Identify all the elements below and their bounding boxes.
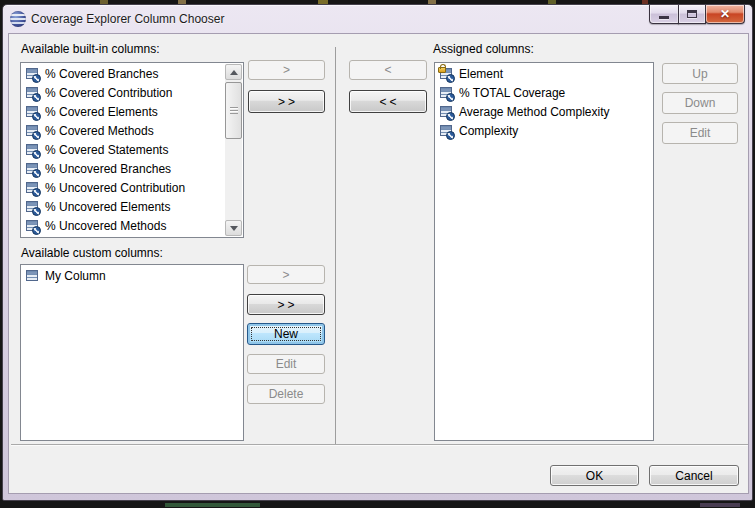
- list-item[interactable]: % Covered Elements: [22, 102, 225, 121]
- assigned-remove-all-button: <<: [349, 90, 427, 113]
- move-up-button[interactable]: Up: [662, 63, 738, 84]
- vertical-scrollbar[interactable]: [225, 64, 242, 236]
- percent-column-icon: [439, 85, 455, 101]
- assigned-remove-all-label[interactable]: <<: [376, 95, 399, 109]
- close-icon: ✕: [720, 8, 730, 20]
- custom-move-all-label[interactable]: >>: [274, 298, 297, 312]
- scroll-up-button[interactable]: [225, 64, 242, 80]
- background-artifact: [700, 503, 740, 507]
- list-item[interactable]: % Uncovered Methods: [22, 216, 225, 235]
- scroll-down-button[interactable]: [225, 220, 242, 236]
- list-item[interactable]: % Covered Contribution: [22, 83, 225, 102]
- new-column-button[interactable]: New: [247, 323, 325, 345]
- custom-columns-list[interactable]: My Column: [20, 264, 244, 441]
- locked-percent-column-icon: [439, 66, 455, 82]
- background-artifact: [165, 503, 260, 507]
- window-controls: ✕: [649, 5, 745, 24]
- panel-divider: [335, 47, 336, 444]
- assigned-columns-list[interactable]: Element% TOTAL CoverageAverage Method Co…: [434, 62, 654, 441]
- list-item-label: % TOTAL Coverage: [459, 86, 565, 100]
- dialog-window: Coverage Explorer Column Chooser ✕ Avail…: [2, 4, 753, 501]
- arrow-down-icon: [230, 226, 238, 231]
- list-item-label: % Covered Methods: [45, 124, 154, 138]
- list-item[interactable]: % Uncovered Contribution: [22, 178, 225, 197]
- arrow-up-icon: [230, 70, 238, 75]
- list-item-label: Complexity: [459, 124, 518, 138]
- button-bar-separator: [11, 444, 748, 445]
- custom-move-all-button: >>: [247, 294, 325, 315]
- assigned-edit-button[interactable]: Edit: [662, 122, 738, 144]
- list-item[interactable]: % TOTAL Coverage: [436, 83, 652, 102]
- list-item[interactable]: % Covered Methods: [22, 121, 225, 140]
- percent-column-icon: [25, 104, 41, 120]
- list-item[interactable]: % Covered Statements: [22, 140, 225, 159]
- percent-column-icon: [25, 66, 41, 82]
- cancel-button[interactable]: Cancel: [649, 465, 739, 486]
- percent-column-icon: [25, 123, 41, 139]
- list-item[interactable]: My Column: [22, 266, 242, 285]
- list-item[interactable]: % Uncovered Branches: [22, 159, 225, 178]
- list-item[interactable]: % Uncovered Elements: [22, 197, 225, 216]
- custom-delete-button[interactable]: Delete: [247, 384, 325, 404]
- list-item-label: % Uncovered Methods: [45, 219, 166, 233]
- builtin-columns-list[interactable]: % Covered Branches% Covered Contribution…: [20, 62, 244, 238]
- custom-move-one-button[interactable]: >: [247, 265, 325, 284]
- list-item-label: My Column: [45, 269, 106, 283]
- list-item-label: % Covered Branches: [45, 67, 158, 81]
- list-item[interactable]: Complexity: [436, 121, 652, 140]
- list-item-label: % Uncovered Contribution: [45, 181, 185, 195]
- custom-edit-button[interactable]: Edit: [247, 354, 325, 374]
- custom-columns-label: Available custom columns:: [21, 246, 163, 260]
- list-item-label: % Uncovered Branches: [45, 162, 171, 176]
- percent-column-icon: [439, 104, 455, 120]
- builtin-move-one-button[interactable]: >: [248, 60, 325, 80]
- window-title: Coverage Explorer Column Chooser: [31, 12, 224, 26]
- percent-column-icon: [25, 180, 41, 196]
- list-item-label: % Covered Contribution: [45, 86, 172, 100]
- eclipse-app-icon: [10, 11, 26, 27]
- close-button[interactable]: ✕: [705, 5, 745, 24]
- list-item[interactable]: Element: [436, 64, 652, 83]
- assigned-columns-label: Assigned columns:: [433, 42, 534, 56]
- assigned-remove-one-button[interactable]: <: [349, 60, 427, 80]
- scrollbar-thumb[interactable]: [225, 82, 242, 139]
- percent-column-icon: [25, 218, 41, 234]
- maximize-icon: [687, 10, 697, 18]
- percent-column-icon: [25, 142, 41, 158]
- table-column-icon: [25, 268, 41, 284]
- percent-column-icon: [439, 123, 455, 139]
- list-item-label: Element: [459, 67, 503, 81]
- percent-column-icon: [25, 85, 41, 101]
- percent-column-icon: [25, 161, 41, 177]
- builtin-move-all-label[interactable]: >>: [275, 95, 298, 109]
- maximize-button[interactable]: [678, 5, 706, 24]
- thumb-gripper-icon: [230, 107, 238, 114]
- builtin-columns-label: Available built-in columns:: [21, 42, 160, 56]
- percent-column-icon: [25, 199, 41, 215]
- builtin-move-all-button: >>: [248, 90, 325, 113]
- minimize-icon: [659, 16, 669, 19]
- title-bar[interactable]: Coverage Explorer Column Chooser ✕: [3, 5, 752, 33]
- list-item-label: % Uncovered Elements: [45, 200, 170, 214]
- list-item[interactable]: Average Method Complexity: [436, 102, 652, 121]
- list-item[interactable]: % Covered Branches: [22, 64, 225, 83]
- list-item-label: % Covered Elements: [45, 105, 158, 119]
- list-item-label: Average Method Complexity: [459, 105, 610, 119]
- dialog-content: Available built-in columns: % Covered Br…: [8, 33, 749, 494]
- ok-button[interactable]: OK: [550, 465, 639, 486]
- list-item-label: % Covered Statements: [45, 143, 168, 157]
- move-down-button[interactable]: Down: [662, 92, 738, 114]
- minimize-button[interactable]: [649, 5, 679, 24]
